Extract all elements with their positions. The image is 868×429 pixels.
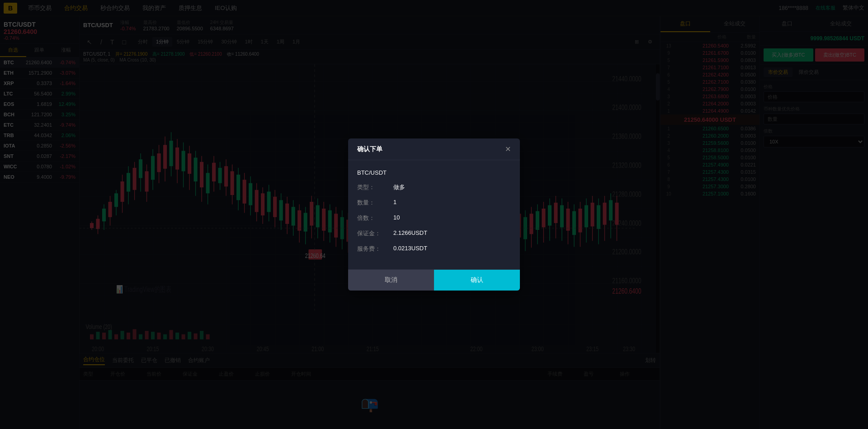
modal-margin-value: 2.1266USDT <box>393 229 511 238</box>
modal-leverage-row: 倍数： 10 <box>357 214 511 222</box>
modal-fee-row: 服务费： 0.0213USDT <box>357 245 511 253</box>
modal-footer: 取消 确认 <box>348 269 520 291</box>
modal-qty-value: 1 <box>393 199 511 207</box>
modal-close-button[interactable]: ✕ <box>505 145 511 153</box>
modal-pair-value: BTC/USDT <box>357 169 511 176</box>
modal-overlay: 确认下单 ✕ BTC/USDT 类型： 做多 数量： 1 倍数： 10 保证金：… <box>0 0 868 429</box>
modal-margin-row: 保证金： 2.1266USDT <box>357 229 511 238</box>
modal-pair-row: BTC/USDT <box>357 169 511 176</box>
modal-leverage-value: 10 <box>393 214 511 222</box>
modal-margin-label: 保证金： <box>357 229 393 238</box>
modal-cancel-button[interactable]: 取消 <box>348 270 434 291</box>
modal-confirm-button[interactable]: 确认 <box>434 270 520 291</box>
modal-qty-row: 数量： 1 <box>357 199 511 207</box>
modal-fee-label: 服务费： <box>357 245 393 253</box>
modal-fee-value: 0.0213USDT <box>393 245 511 253</box>
modal-type-label: 类型： <box>357 183 393 191</box>
confirm-order-modal: 确认下单 ✕ BTC/USDT 类型： 做多 数量： 1 倍数： 10 保证金：… <box>348 138 520 291</box>
modal-header: 确认下单 ✕ <box>348 138 520 160</box>
modal-body: BTC/USDT 类型： 做多 数量： 1 倍数： 10 保证金： 2.1266… <box>348 160 520 269</box>
modal-title: 确认下单 <box>357 145 382 153</box>
modal-leverage-label: 倍数： <box>357 214 393 222</box>
modal-type-row: 类型： 做多 <box>357 183 511 191</box>
modal-qty-label: 数量： <box>357 199 393 207</box>
modal-type-value: 做多 <box>393 183 511 191</box>
